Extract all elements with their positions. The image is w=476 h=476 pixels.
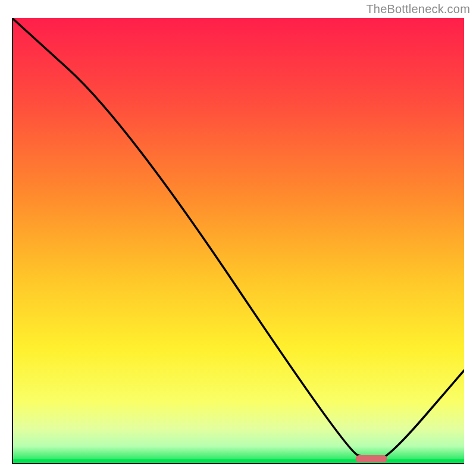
chart-container: TheBottleneck.com [0,0,476,476]
chart-svg [12,18,464,464]
optimal-marker [356,455,387,462]
gradient-background [12,18,464,464]
plot-area [12,18,464,464]
attribution-text: TheBottleneck.com [366,2,470,16]
